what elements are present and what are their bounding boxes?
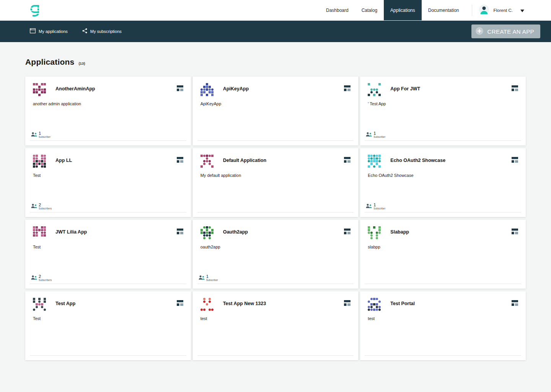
people-icon [31, 203, 37, 210]
app-description: Echo OAuth2 Showcase [368, 173, 518, 178]
card-divider [365, 212, 521, 212]
browser-window-icon [344, 229, 350, 236]
browser-window-icon [344, 157, 350, 164]
app-card[interactable]: Echo OAuth2 Showcase Echo OAuth2 Showcas… [360, 148, 526, 217]
card-divider [197, 284, 354, 284]
subscriber-info: 1 Subscriber [366, 203, 385, 210]
app-description: test [368, 316, 518, 321]
browser-window-icon [344, 85, 350, 93]
card-divider [197, 140, 354, 141]
subscriber-info: 1 Subscriber [199, 274, 218, 282]
gravitee-logo[interactable] [30, 3, 41, 18]
app-name: Slabapp [390, 229, 512, 235]
app-identicon [201, 226, 214, 240]
nav-item-applications[interactable]: Applications [384, 0, 422, 20]
card-divider [30, 140, 186, 141]
app-name: Echo OAuth2 Showcase [390, 158, 512, 163]
browser-window-icon [512, 300, 518, 307]
app-name: Default Application [223, 158, 344, 163]
subscriber-label: Subscribers [39, 207, 52, 210]
gravitee-logo-icon [30, 3, 41, 18]
card-divider [197, 355, 354, 356]
app-identicon [368, 298, 381, 312]
browser-window-icon [177, 300, 183, 307]
app-description: test [201, 316, 351, 321]
app-identicon [33, 155, 47, 168]
app-description: ApiKeyApp [201, 101, 351, 106]
card-divider [365, 284, 521, 284]
browser-window-icon [512, 157, 518, 164]
browser-window-icon [177, 229, 183, 236]
subscriber-info: 2 Subscribers [31, 274, 52, 282]
app-name: App LL [55, 158, 177, 163]
app-name: Test App [55, 301, 177, 306]
app-identicon [368, 83, 381, 97]
app-card[interactable]: Default Application My default applicati… [193, 148, 359, 217]
app-name: JWT Lilia App [55, 229, 177, 235]
subscriber-count: 2 [39, 274, 52, 279]
nav-item-documentation[interactable]: Documentation [422, 0, 466, 20]
app-card[interactable]: ApiKeyApp ApiKeyApp [193, 77, 359, 145]
app-card[interactable]: App For JWT ' Test App 1 [360, 77, 526, 145]
app-identicon [201, 155, 214, 168]
avatar [479, 5, 489, 16]
people-icon [199, 274, 205, 281]
app-description: Test [33, 173, 183, 178]
tab-label: My subscriptions [90, 29, 122, 34]
app-identicon [33, 298, 47, 312]
app-card[interactable]: Test App New 1323 test [193, 291, 359, 360]
create-app-label: CREATE AN APP [487, 28, 534, 35]
apps-window-icon [30, 28, 36, 35]
card-divider [30, 355, 186, 356]
applications-count: (13) [78, 61, 85, 65]
app-identicon [368, 155, 381, 168]
subscriber-count: 1 [373, 131, 385, 136]
app-identicon [201, 83, 214, 97]
app-card[interactable]: JWT Lilia App Test 2 S [25, 220, 191, 289]
subscriber-info: 1 Subscriber [366, 131, 385, 139]
subscriber-count: 1 [39, 131, 51, 136]
subscriber-label: Subscriber [373, 207, 385, 210]
subscriber-info: 1 Subscriber [31, 131, 51, 139]
app-card[interactable]: Test Portal test [360, 291, 526, 360]
nav-item-catalog[interactable]: Catalog [355, 0, 384, 20]
subscriber-label: Subscriber [206, 279, 218, 282]
app-card[interactable]: Oauth2app oauth2app 1 [193, 220, 359, 289]
subscriber-count: 1 [206, 274, 218, 279]
share-icon [82, 28, 87, 35]
people-icon [31, 274, 37, 281]
app-card[interactable]: AnotherAminApp another admin application [25, 77, 191, 145]
app-name: Test App New 1323 [223, 301, 344, 306]
plus-circle-icon [475, 27, 484, 36]
app-name: Oauth2app [223, 229, 344, 235]
app-toolbar: My applications My subscriptions CREATE [0, 21, 551, 42]
user-menu[interactable]: Florent C. [479, 5, 551, 16]
tab-my-applications[interactable]: My applications [30, 28, 68, 35]
app-card[interactable]: App LL Test 2 Subscrib [25, 148, 191, 217]
browser-window-icon [512, 85, 518, 93]
nav-item-dashboard[interactable]: Dashboard [320, 0, 355, 20]
app-grid: AnotherAminApp another admin application [0, 77, 551, 383]
card-divider [197, 212, 354, 212]
tab-my-subscriptions[interactable]: My subscriptions [82, 28, 122, 35]
subscriber-label: Subscriber [39, 136, 51, 139]
app-card[interactable]: Test App Test [25, 291, 191, 360]
app-name: ApiKeyApp [223, 86, 344, 91]
app-description: another admin application [33, 101, 183, 106]
subscriber-count: 2 [39, 203, 52, 207]
app-description: ' Test App [368, 101, 518, 106]
app-name: App For JWT [390, 86, 512, 91]
user-name: Florent C. [494, 8, 513, 13]
app-description: Test [33, 245, 183, 249]
app-card[interactable]: Slabapp slabpp [360, 220, 526, 289]
tab-label: My applications [39, 29, 68, 34]
app-description: oauth2app [201, 245, 351, 249]
create-app-button[interactable]: CREATE AN APP [471, 24, 540, 38]
app-name: Test Portal [390, 301, 512, 306]
browser-window-icon [177, 157, 183, 164]
main-nav: Dashboard Catalog Applications Documenta… [320, 0, 466, 20]
card-divider [365, 140, 521, 141]
subscriber-label: Subscribers [39, 279, 52, 282]
card-divider [30, 284, 186, 284]
app-name: AnotherAminApp [55, 86, 177, 91]
